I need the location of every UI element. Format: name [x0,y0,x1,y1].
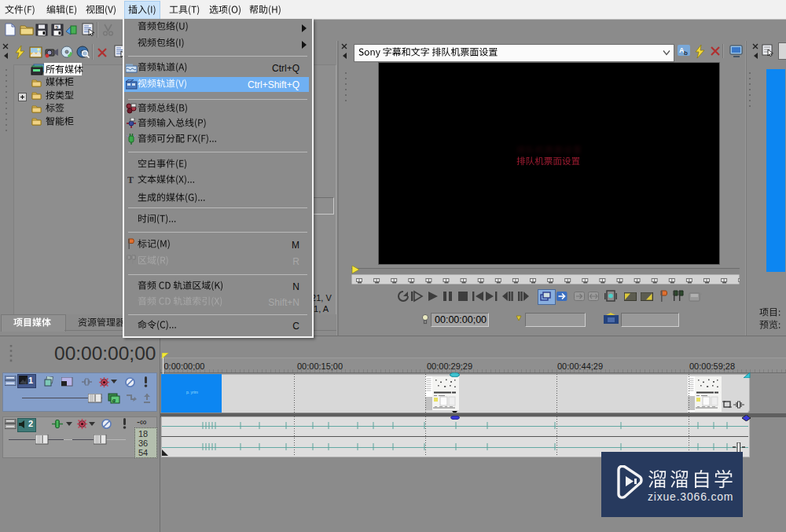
svg-text:a: a [112,397,116,404]
svg-text:b: b [684,50,688,57]
svg-text:?: ? [55,25,58,31]
svg-text:T: T [127,174,134,185]
